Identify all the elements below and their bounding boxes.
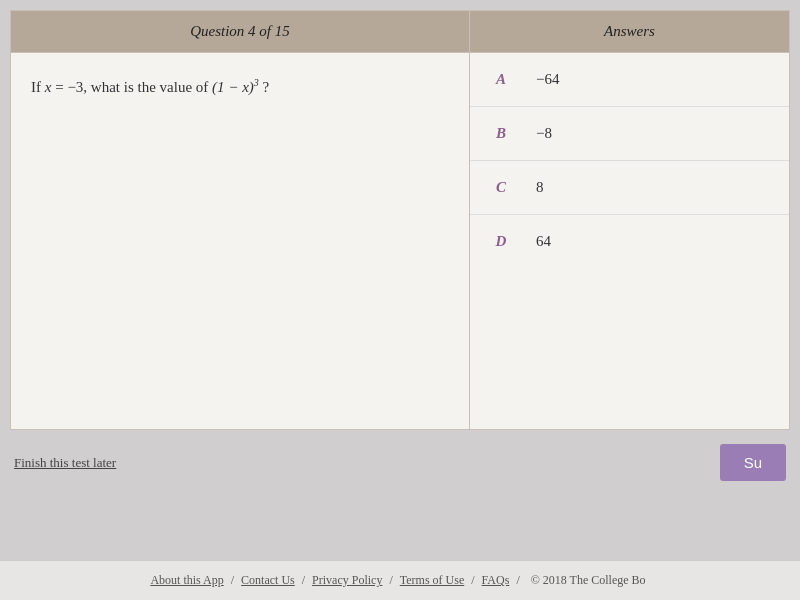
- question-body: If x = −3, what is the value of (1 − x)3…: [11, 53, 469, 313]
- expression: (1 − x)3: [212, 79, 259, 95]
- answer-value-c: 8: [536, 179, 544, 196]
- footer: About this App / Contact Us / Privacy Po…: [0, 560, 800, 600]
- answer-row-c[interactable]: C 8: [470, 161, 789, 215]
- answer-row-a[interactable]: A −64: [470, 53, 789, 107]
- answers-label: Answers: [604, 23, 655, 39]
- answer-value-d: 64: [536, 233, 551, 250]
- terms-link[interactable]: Terms of Use: [400, 573, 464, 587]
- divider-1: /: [231, 573, 237, 587]
- copyright-text: © 2018 The College Bo: [531, 573, 646, 587]
- submit-button[interactable]: Su: [720, 444, 786, 481]
- question-text: If x = −3, what is the value of (1 − x)3…: [31, 79, 269, 95]
- answer-value-a: −64: [536, 71, 559, 88]
- answers-panel: Answers A −64 B −8 C 8 D 64: [470, 10, 790, 430]
- answer-letter-a: A: [486, 71, 516, 88]
- bottom-bar: Finish this test later Su: [10, 430, 790, 495]
- finish-test-link[interactable]: Finish this test later: [14, 455, 116, 471]
- contact-link[interactable]: Contact Us: [241, 573, 295, 587]
- question-panel: Question 4 of 15 If x = −3, what is the …: [10, 10, 470, 430]
- faqs-link[interactable]: FAQs: [482, 573, 510, 587]
- main-content: Question 4 of 15 If x = −3, what is the …: [10, 10, 790, 430]
- answers-header: Answers: [470, 11, 789, 53]
- privacy-link[interactable]: Privacy Policy: [312, 573, 382, 587]
- divider-5: /: [516, 573, 522, 587]
- question-label: Question 4 of 15: [190, 23, 290, 39]
- answer-letter-d: D: [486, 233, 516, 250]
- divider-4: /: [471, 573, 477, 587]
- answer-row-d[interactable]: D 64: [470, 215, 789, 268]
- answer-letter-c: C: [486, 179, 516, 196]
- about-link[interactable]: About this App: [150, 573, 223, 587]
- question-header: Question 4 of 15: [11, 11, 469, 53]
- answer-letter-b: B: [486, 125, 516, 142]
- divider-2: /: [302, 573, 308, 587]
- divider-3: /: [389, 573, 395, 587]
- answer-row-b[interactable]: B −8: [470, 107, 789, 161]
- variable: x: [45, 79, 52, 95]
- answer-value-b: −8: [536, 125, 552, 142]
